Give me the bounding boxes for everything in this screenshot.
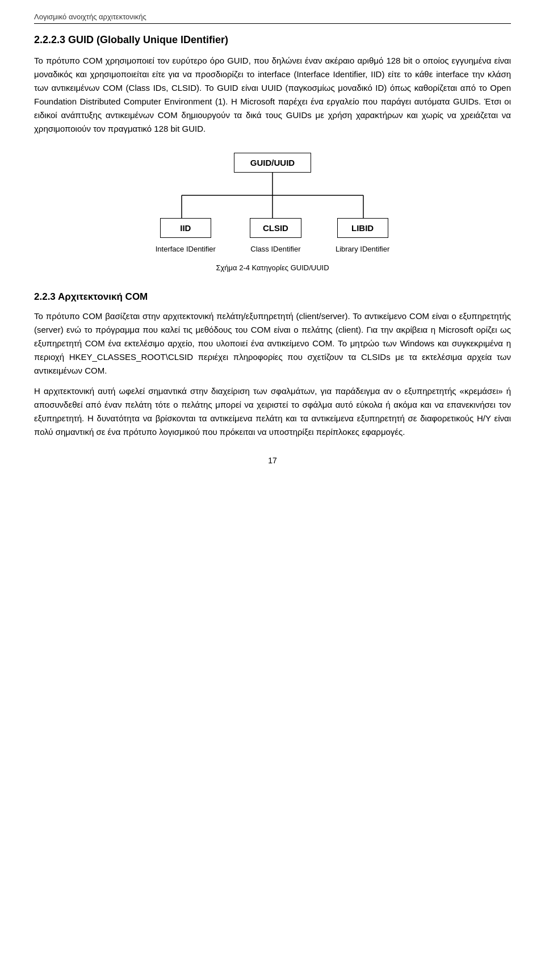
paragraph-2: Το πρότυπο COM βασίζεται στην αρχιτεκτον… <box>34 309 511 378</box>
diagram-box-clsid: CLSID <box>250 218 301 238</box>
section-heading: 2.2.2.3 GUID (Globally Unique IDentifier… <box>34 34 511 46</box>
diagram-label-iid: Interface IDentifier <box>156 245 216 253</box>
diagram-bottom-row: IID Interface IDentifier CLSID Class IDe… <box>156 218 390 253</box>
paragraph-3: Η αρχιτεκτονική αυτή ωφελεί σημαντικά στ… <box>34 384 511 439</box>
page-container: Λογισμικό ανοιχτής αρχιτεκτονικής 2.2.2.… <box>0 0 545 980</box>
header-line: Λογισμικό ανοιχτής αρχιτεκτονικής <box>34 11 511 24</box>
diagram-col-clsid: CLSID Class IDentifier <box>250 218 301 253</box>
diagram-container: GUID/UUID IID Interface IDentifier CLSID… <box>34 153 511 286</box>
diagram-top-box: GUID/UUID <box>234 153 311 173</box>
diagram-box-libid: LIBID <box>337 218 388 238</box>
diagram-label-clsid: Class IDentifier <box>250 245 300 253</box>
diagram-tree-lines <box>131 173 414 218</box>
header-title: Λογισμικό ανοιχτής αρχιτεκτονικής <box>34 12 146 21</box>
diagram-box-iid: IID <box>160 218 211 238</box>
paragraph-1: Το πρότυπο COM χρησιμοποιεί τον ευρύτερο… <box>34 54 511 136</box>
page-number: 17 <box>34 456 511 465</box>
diagram-col-libid: LIBID Library IDentifier <box>336 218 389 253</box>
subsection-heading: 2.2.3 Αρχιτεκτονική COM <box>34 291 511 303</box>
diagram-col-iid: IID Interface IDentifier <box>156 218 216 253</box>
diagram-label-libid: Library IDentifier <box>336 245 389 253</box>
diagram-caption: Σχήμα 2-4 Κατηγορίες GUID/UUID <box>216 263 329 272</box>
